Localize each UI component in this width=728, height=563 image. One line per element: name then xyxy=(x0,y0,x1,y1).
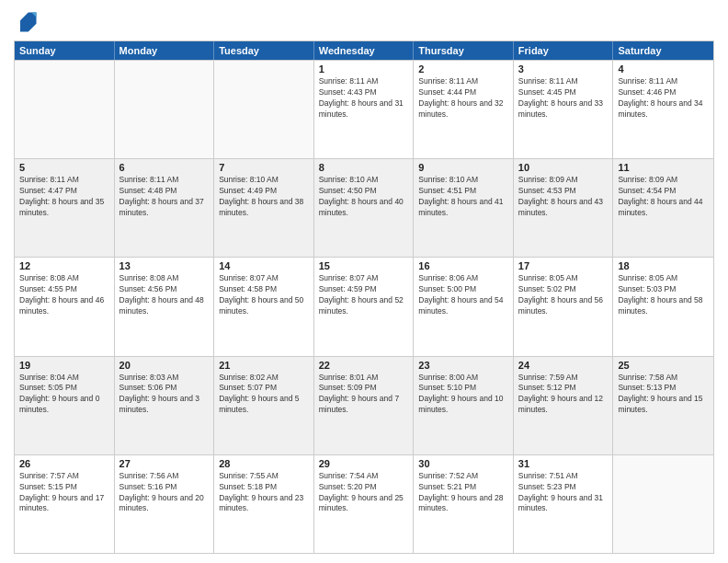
day-cell-11: 11Sunrise: 8:09 AMSunset: 4:54 PMDayligh… xyxy=(613,159,713,257)
cell-info: Sunrise: 8:07 AMSunset: 4:58 PMDaylight:… xyxy=(219,273,309,317)
day-cell-29: 29Sunrise: 7:54 AMSunset: 5:20 PMDayligh… xyxy=(314,455,415,553)
cell-info: Sunrise: 8:00 AMSunset: 5:10 PMDaylight:… xyxy=(418,373,508,417)
day-cell-16: 16Sunrise: 8:06 AMSunset: 5:00 PMDayligh… xyxy=(414,258,514,355)
calendar: SundayMondayTuesdayWednesdayThursdayFrid… xyxy=(14,40,714,554)
logo-icon xyxy=(14,9,40,35)
cell-info: Sunrise: 8:09 AMSunset: 4:53 PMDaylight:… xyxy=(518,175,609,219)
day-cell-18: 18Sunrise: 8:05 AMSunset: 5:03 PMDayligh… xyxy=(613,258,713,355)
day-number: 31 xyxy=(518,458,609,469)
logo xyxy=(14,9,43,35)
header-day-friday: Friday xyxy=(514,41,614,60)
day-cell-1: 1Sunrise: 8:11 AMSunset: 4:43 PMDaylight… xyxy=(314,61,415,158)
day-number: 19 xyxy=(19,360,109,371)
empty-cell xyxy=(115,61,215,158)
cell-info: Sunrise: 8:11 AMSunset: 4:45 PMDaylight:… xyxy=(518,76,609,121)
day-cell-17: 17Sunrise: 8:05 AMSunset: 5:02 PMDayligh… xyxy=(514,258,614,355)
day-cell-7: 7Sunrise: 8:10 AMSunset: 4:49 PMDaylight… xyxy=(214,159,314,257)
cell-info: Sunrise: 7:51 AMSunset: 5:23 PMDaylight:… xyxy=(518,471,609,515)
cell-info: Sunrise: 8:10 AMSunset: 4:49 PMDaylight:… xyxy=(219,175,309,219)
cell-info: Sunrise: 8:10 AMSunset: 4:51 PMDaylight:… xyxy=(418,175,508,219)
day-number: 18 xyxy=(618,260,709,271)
cell-info: Sunrise: 7:56 AMSunset: 5:16 PMDaylight:… xyxy=(119,471,210,515)
day-number: 14 xyxy=(219,260,309,271)
day-cell-23: 23Sunrise: 8:00 AMSunset: 5:10 PMDayligh… xyxy=(414,357,514,454)
cell-info: Sunrise: 8:08 AMSunset: 4:56 PMDaylight:… xyxy=(119,273,210,317)
day-number: 29 xyxy=(319,458,409,469)
day-cell-5: 5Sunrise: 8:11 AMSunset: 4:47 PMDaylight… xyxy=(15,159,115,257)
day-number: 7 xyxy=(219,162,309,173)
cell-info: Sunrise: 8:04 AMSunset: 5:05 PMDaylight:… xyxy=(19,373,109,417)
day-number: 2 xyxy=(418,63,508,75)
day-number: 25 xyxy=(618,360,709,371)
day-number: 26 xyxy=(19,458,109,469)
day-number: 16 xyxy=(418,260,508,271)
day-cell-20: 20Sunrise: 8:03 AMSunset: 5:06 PMDayligh… xyxy=(115,357,215,454)
day-cell-27: 27Sunrise: 7:56 AMSunset: 5:16 PMDayligh… xyxy=(115,455,215,553)
day-number: 17 xyxy=(518,260,609,271)
day-number: 12 xyxy=(19,260,109,271)
empty-cell xyxy=(15,61,115,158)
calendar-header: SundayMondayTuesdayWednesdayThursdayFrid… xyxy=(15,41,713,60)
day-cell-31: 31Sunrise: 7:51 AMSunset: 5:23 PMDayligh… xyxy=(514,455,614,553)
day-cell-10: 10Sunrise: 8:09 AMSunset: 4:53 PMDayligh… xyxy=(514,159,614,257)
cell-info: Sunrise: 8:11 AMSunset: 4:48 PMDaylight:… xyxy=(119,175,210,219)
day-cell-22: 22Sunrise: 8:01 AMSunset: 5:09 PMDayligh… xyxy=(314,357,415,454)
cell-info: Sunrise: 8:11 AMSunset: 4:47 PMDaylight:… xyxy=(19,175,109,219)
day-cell-9: 9Sunrise: 8:10 AMSunset: 4:51 PMDaylight… xyxy=(414,159,514,257)
cell-info: Sunrise: 8:11 AMSunset: 4:44 PMDaylight:… xyxy=(418,76,508,121)
header-day-monday: Monday xyxy=(115,41,215,60)
cell-info: Sunrise: 7:55 AMSunset: 5:18 PMDaylight:… xyxy=(219,471,309,515)
day-number: 10 xyxy=(518,162,609,173)
day-cell-3: 3Sunrise: 8:11 AMSunset: 4:45 PMDaylight… xyxy=(514,61,614,158)
cell-info: Sunrise: 7:54 AMSunset: 5:20 PMDaylight:… xyxy=(319,471,409,515)
cell-info: Sunrise: 8:08 AMSunset: 4:55 PMDaylight:… xyxy=(19,273,109,317)
day-cell-13: 13Sunrise: 8:08 AMSunset: 4:56 PMDayligh… xyxy=(115,258,215,355)
svg-marker-0 xyxy=(20,13,37,32)
day-cell-14: 14Sunrise: 8:07 AMSunset: 4:58 PMDayligh… xyxy=(214,258,314,355)
calendar-row-2: 5Sunrise: 8:11 AMSunset: 4:47 PMDaylight… xyxy=(15,158,713,257)
day-cell-26: 26Sunrise: 7:57 AMSunset: 5:15 PMDayligh… xyxy=(15,455,115,553)
day-cell-24: 24Sunrise: 7:59 AMSunset: 5:12 PMDayligh… xyxy=(514,357,614,454)
day-number: 30 xyxy=(418,458,508,469)
cell-info: Sunrise: 8:03 AMSunset: 5:06 PMDaylight:… xyxy=(119,373,210,417)
calendar-row-3: 12Sunrise: 8:08 AMSunset: 4:55 PMDayligh… xyxy=(15,257,713,355)
day-cell-28: 28Sunrise: 7:55 AMSunset: 5:18 PMDayligh… xyxy=(214,455,314,553)
day-cell-4: 4Sunrise: 8:11 AMSunset: 4:46 PMDaylight… xyxy=(613,61,713,158)
day-number: 8 xyxy=(319,162,409,173)
empty-cell xyxy=(214,61,314,158)
day-cell-25: 25Sunrise: 7:58 AMSunset: 5:13 PMDayligh… xyxy=(613,357,713,454)
cell-info: Sunrise: 8:10 AMSunset: 4:50 PMDaylight:… xyxy=(319,175,409,219)
cell-info: Sunrise: 7:59 AMSunset: 5:12 PMDaylight:… xyxy=(518,373,609,417)
header-day-sunday: Sunday xyxy=(15,41,115,60)
day-number: 22 xyxy=(319,360,409,371)
day-cell-19: 19Sunrise: 8:04 AMSunset: 5:05 PMDayligh… xyxy=(15,357,115,454)
day-cell-30: 30Sunrise: 7:52 AMSunset: 5:21 PMDayligh… xyxy=(414,455,514,553)
header xyxy=(14,9,714,35)
cell-info: Sunrise: 8:09 AMSunset: 4:54 PMDaylight:… xyxy=(618,175,709,219)
header-day-saturday: Saturday xyxy=(613,41,713,60)
day-number: 13 xyxy=(119,260,210,271)
header-day-wednesday: Wednesday xyxy=(314,41,415,60)
cell-info: Sunrise: 8:11 AMSunset: 4:46 PMDaylight:… xyxy=(618,76,709,121)
day-number: 21 xyxy=(219,360,309,371)
day-cell-2: 2Sunrise: 8:11 AMSunset: 4:44 PMDaylight… xyxy=(414,61,514,158)
header-day-tuesday: Tuesday xyxy=(214,41,314,60)
cell-info: Sunrise: 8:05 AMSunset: 5:02 PMDaylight:… xyxy=(518,273,609,317)
day-number: 23 xyxy=(418,360,508,371)
day-cell-12: 12Sunrise: 8:08 AMSunset: 4:55 PMDayligh… xyxy=(15,258,115,355)
cell-info: Sunrise: 8:06 AMSunset: 5:00 PMDaylight:… xyxy=(418,273,508,317)
day-number: 15 xyxy=(319,260,409,271)
day-cell-15: 15Sunrise: 8:07 AMSunset: 4:59 PMDayligh… xyxy=(314,258,415,355)
calendar-row-1: 1Sunrise: 8:11 AMSunset: 4:43 PMDaylight… xyxy=(15,60,713,158)
cell-info: Sunrise: 8:11 AMSunset: 4:43 PMDaylight:… xyxy=(319,76,409,121)
cell-info: Sunrise: 7:52 AMSunset: 5:21 PMDaylight:… xyxy=(418,471,508,515)
page: SundayMondayTuesdayWednesdayThursdayFrid… xyxy=(0,0,728,563)
calendar-row-5: 26Sunrise: 7:57 AMSunset: 5:15 PMDayligh… xyxy=(15,454,713,553)
day-number: 27 xyxy=(119,458,210,469)
cell-info: Sunrise: 8:02 AMSunset: 5:07 PMDaylight:… xyxy=(219,373,309,417)
day-number: 6 xyxy=(119,162,210,173)
cell-info: Sunrise: 7:58 AMSunset: 5:13 PMDaylight:… xyxy=(618,373,709,417)
day-number: 4 xyxy=(618,63,709,75)
day-cell-8: 8Sunrise: 8:10 AMSunset: 4:50 PMDaylight… xyxy=(314,159,415,257)
day-cell-6: 6Sunrise: 8:11 AMSunset: 4:48 PMDaylight… xyxy=(115,159,215,257)
